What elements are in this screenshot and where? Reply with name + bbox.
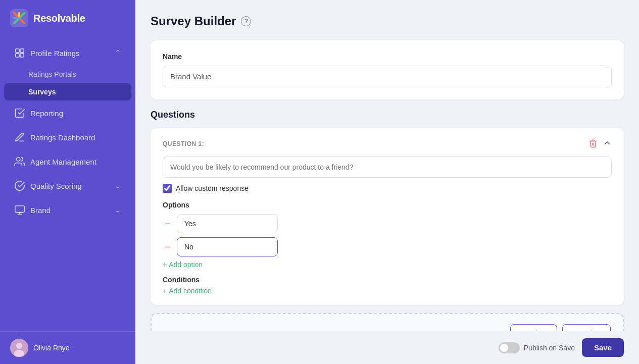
sidebar-item-reporting[interactable]: Reporting bbox=[4, 101, 131, 125]
page-title-row: Survey Builder ? bbox=[151, 14, 624, 28]
questions-section-title: Questions bbox=[151, 110, 624, 120]
bottom-bar: Publish on Save Save bbox=[135, 331, 639, 364]
dashboard-icon bbox=[14, 132, 25, 143]
agent-icon bbox=[14, 156, 25, 167]
chevron-down-icon-brand: ⌄ bbox=[115, 205, 121, 215]
option-input-1[interactable] bbox=[177, 214, 278, 233]
app-name: Resolvable bbox=[33, 13, 85, 24]
surveys-label: Surveys bbox=[28, 88, 56, 96]
add-option-label: Add option bbox=[169, 261, 203, 269]
delete-question-button[interactable] bbox=[588, 139, 598, 149]
remove-option-button-2[interactable]: − bbox=[163, 242, 173, 252]
sidebar-item-surveys[interactable]: Surveys bbox=[4, 83, 131, 100]
user-area: Olivia Rhye bbox=[0, 331, 135, 364]
ratings-portals-label: Ratings Portals bbox=[28, 70, 76, 78]
sidebar: Resolvable Profile Ratings ⌃ Ratings Por… bbox=[0, 0, 135, 364]
option-row-1: − bbox=[163, 214, 612, 233]
options-label: Options bbox=[163, 201, 612, 209]
remove-option-button-1[interactable]: − bbox=[163, 219, 173, 229]
profile-ratings-icon bbox=[14, 47, 25, 59]
svg-point-14 bbox=[16, 343, 22, 349]
trash-icon bbox=[588, 139, 598, 148]
resolvable-logo-icon bbox=[10, 9, 28, 27]
chevron-up-icon: ⌃ bbox=[115, 48, 121, 58]
publish-label: Publish on Save bbox=[524, 344, 575, 352]
add-condition-label: Add condition bbox=[169, 287, 212, 295]
sidebar-item-ratings-dashboard[interactable]: Ratings Dashboard bbox=[4, 126, 131, 149]
ratings-dashboard-label: Ratings Dashboard bbox=[30, 133, 95, 142]
logo-area: Resolvable bbox=[0, 0, 135, 36]
add-condition-button[interactable]: + Add condition bbox=[163, 287, 212, 295]
publish-toggle[interactable] bbox=[499, 342, 520, 353]
brand-icon bbox=[14, 204, 25, 216]
quality-scoring-label: Quality Scoring bbox=[30, 182, 82, 190]
quality-icon bbox=[14, 180, 25, 191]
option-input-2[interactable] bbox=[177, 237, 278, 256]
allow-custom-response-checkbox[interactable] bbox=[163, 184, 172, 193]
svg-rect-7 bbox=[16, 54, 19, 57]
name-label: Name bbox=[163, 53, 612, 61]
svg-point-9 bbox=[17, 158, 20, 161]
question-text-input[interactable] bbox=[163, 157, 612, 178]
svg-rect-6 bbox=[20, 49, 24, 53]
allow-custom-response-row: Allow custom response bbox=[163, 184, 612, 193]
save-button[interactable]: Save bbox=[582, 338, 624, 357]
question-card-1: QUESTION 1: bbox=[151, 128, 624, 305]
page-title: Survey Builder bbox=[151, 14, 236, 28]
help-icon[interactable]: ? bbox=[241, 16, 251, 26]
agent-management-label: Agent Management bbox=[30, 158, 96, 166]
user-name: Olivia Rhye bbox=[33, 344, 70, 352]
conditions-label: Conditions bbox=[163, 276, 612, 284]
chevron-down-icon: ⌄ bbox=[115, 181, 121, 190]
add-option-button[interactable]: + Add option bbox=[163, 261, 203, 269]
question-header-1: QUESTION 1: bbox=[163, 138, 612, 149]
svg-rect-5 bbox=[16, 49, 19, 53]
plus-icon: + bbox=[163, 261, 167, 269]
question-label-1: QUESTION 1: bbox=[163, 140, 588, 147]
chevron-up-icon bbox=[603, 138, 612, 147]
avatar bbox=[10, 339, 28, 357]
reporting-label: Reporting bbox=[30, 109, 63, 118]
sidebar-item-agent-management[interactable]: Agent Management bbox=[4, 150, 131, 173]
name-card: Name bbox=[151, 40, 624, 99]
sidebar-item-quality-scoring[interactable]: Quality Scoring ⌄ bbox=[4, 174, 131, 197]
sidebar-item-brand[interactable]: Brand ⌄ bbox=[4, 198, 131, 222]
svg-rect-10 bbox=[15, 206, 24, 213]
plus-icon-condition: + bbox=[163, 287, 167, 295]
brand-label: Brand bbox=[30, 206, 51, 215]
publish-toggle-row: Publish on Save bbox=[499, 342, 575, 353]
allow-custom-response-label: Allow custom response bbox=[176, 184, 249, 192]
reporting-icon bbox=[14, 108, 25, 119]
name-input[interactable] bbox=[163, 66, 612, 87]
svg-rect-8 bbox=[20, 54, 24, 57]
option-row-2: − bbox=[163, 237, 612, 256]
avatar-image bbox=[10, 339, 28, 357]
main-content: Survey Builder ? Name Questions QUESTION… bbox=[135, 0, 639, 364]
profile-ratings-label: Profile Ratings bbox=[30, 49, 80, 58]
sidebar-item-ratings-portals[interactable]: Ratings Portals bbox=[4, 66, 131, 83]
collapse-question-button[interactable] bbox=[603, 138, 612, 149]
sidebar-item-profile-ratings[interactable]: Profile Ratings ⌃ bbox=[4, 41, 131, 65]
sidebar-nav: Profile Ratings ⌃ Ratings Portals Survey… bbox=[0, 36, 135, 331]
question-actions-1 bbox=[588, 138, 612, 149]
